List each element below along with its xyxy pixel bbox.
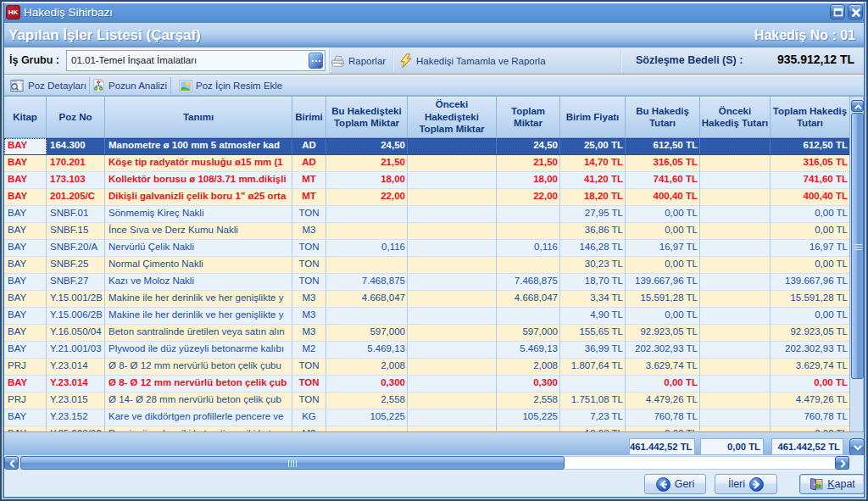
cell[interactable] bbox=[497, 206, 560, 223]
cell[interactable]: Y.15.006/2B bbox=[47, 308, 105, 325]
cell[interactable]: TON bbox=[292, 240, 326, 257]
scroll-up-button[interactable] bbox=[851, 100, 864, 112]
cell[interactable] bbox=[408, 206, 497, 223]
close-button[interactable] bbox=[848, 4, 863, 19]
cell[interactable]: 3.629,74 TL bbox=[626, 359, 700, 376]
cell[interactable] bbox=[700, 342, 771, 359]
cell[interactable]: 5.469,13 bbox=[326, 342, 408, 359]
cell[interactable] bbox=[408, 138, 497, 155]
cell[interactable]: 2,008 bbox=[326, 359, 408, 376]
cell[interactable]: 16,97 TL bbox=[626, 240, 700, 257]
scroll-left-button[interactable] bbox=[4, 456, 19, 470]
cell[interactable]: Kazı ve Moloz Nakli bbox=[105, 274, 292, 291]
cell[interactable]: 760,78 TL bbox=[771, 409, 850, 426]
table-row[interactable]: BAY164.300Manometre ø 100 mm 5 atmosfer … bbox=[4, 138, 850, 155]
cell[interactable] bbox=[560, 376, 626, 392]
cell[interactable]: Y.15.001/2B bbox=[47, 291, 105, 308]
cell[interactable]: TON bbox=[292, 376, 326, 392]
cell[interactable]: 92.923,05 TL bbox=[771, 325, 850, 342]
cell[interactable]: 24,50 bbox=[497, 138, 560, 155]
table-row[interactable]: BAYSNBF.01Sönmemiş Kireç NakliTON27,95 T… bbox=[4, 206, 850, 223]
cell[interactable] bbox=[497, 257, 560, 274]
raporlar-button[interactable]: Raporlar bbox=[331, 53, 386, 70]
cell[interactable]: Plywood ile düz yüzeyli betonarme kalıbı bbox=[105, 342, 292, 359]
cell[interactable]: 22,00 bbox=[326, 189, 408, 206]
cell[interactable]: 0,00 TL bbox=[771, 257, 850, 274]
column-header[interactable]: Bu Hakediş Tutarı bbox=[626, 97, 700, 137]
cell[interactable]: MT bbox=[292, 172, 326, 189]
cell[interactable] bbox=[700, 376, 771, 392]
table-row[interactable]: BAYSNBF.27Kazı ve Moloz NakliTON7.468,87… bbox=[4, 274, 850, 291]
cell[interactable]: Kollektör borusu ø 108/3.71 mm.dikişli bbox=[105, 172, 292, 189]
table-row[interactable]: BAYY.23.014Ø 8- Ø 12 mm nervürlü beton ç… bbox=[4, 376, 850, 392]
cell[interactable]: 7,23 TL bbox=[560, 409, 626, 426]
ileri-button[interactable]: İleri bbox=[715, 474, 777, 494]
cell[interactable]: KG bbox=[292, 409, 326, 426]
cell[interactable]: Makine ile her derinlik ve her genişlikt… bbox=[105, 291, 292, 308]
cell[interactable]: 4.479,26 TL bbox=[771, 392, 850, 409]
cell[interactable] bbox=[700, 189, 771, 206]
scroll-down-button[interactable] bbox=[849, 438, 865, 456]
cell[interactable]: SNBF.27 bbox=[47, 274, 105, 291]
cell[interactable]: 400,40 TL bbox=[771, 189, 850, 206]
cell[interactable]: BAY bbox=[4, 172, 47, 189]
cell[interactable]: 18,70 TL bbox=[560, 274, 626, 291]
cell[interactable]: 0,300 bbox=[326, 376, 408, 392]
cell[interactable] bbox=[326, 223, 408, 240]
cell[interactable]: 7.468,875 bbox=[326, 274, 408, 291]
column-header[interactable]: Tanımı bbox=[105, 97, 292, 137]
cell[interactable]: BAY bbox=[4, 206, 47, 223]
cell[interactable]: SNBF.20/A bbox=[47, 240, 105, 257]
cell[interactable]: Ø 8- Ø 12 mm nervürlü beton çelik çub bbox=[105, 376, 292, 392]
cell[interactable]: Y.21.001/03 bbox=[47, 342, 105, 359]
cell[interactable]: BAY bbox=[4, 376, 47, 392]
table-row[interactable]: BAYSNBF.15İnce Sıva ve Derz Kumu NakliM3… bbox=[4, 223, 850, 240]
cell[interactable]: 16,97 TL bbox=[771, 240, 850, 257]
cell[interactable]: 597,000 bbox=[326, 325, 408, 342]
cell[interactable]: BAY bbox=[4, 325, 47, 342]
cell[interactable]: BAY bbox=[4, 274, 47, 291]
cell[interactable]: 0,300 bbox=[497, 376, 560, 392]
cell[interactable]: 0,00 TL bbox=[771, 308, 850, 325]
cell[interactable]: 173.103 bbox=[47, 172, 105, 189]
cell[interactable]: 139.667,96 TL bbox=[771, 274, 850, 291]
table-row[interactable]: BAYY.15.001/2BMakine ile her derinlik ve… bbox=[4, 291, 850, 308]
cell[interactable]: PRJ bbox=[4, 359, 47, 376]
cell[interactable]: BAY bbox=[4, 308, 47, 325]
cell[interactable]: TON bbox=[292, 274, 326, 291]
cell[interactable]: 2,558 bbox=[326, 392, 408, 409]
cell[interactable]: BAY bbox=[4, 138, 47, 155]
cell[interactable]: 741,60 TL bbox=[626, 172, 700, 189]
cell[interactable] bbox=[408, 308, 497, 325]
cell[interactable]: 597,000 bbox=[497, 325, 560, 342]
cell[interactable]: 18,20 TL bbox=[560, 189, 626, 206]
cell[interactable]: 41,20 TL bbox=[560, 172, 626, 189]
cell[interactable] bbox=[700, 172, 771, 189]
cell[interactable] bbox=[700, 240, 771, 257]
column-header[interactable]: Poz No bbox=[47, 97, 105, 137]
cell[interactable]: AD bbox=[292, 138, 326, 155]
table-row[interactable]: PRJY.23.014Ø 8- Ø 12 mm nervürlü beton ç… bbox=[4, 359, 850, 376]
cell[interactable]: 3,34 TL bbox=[560, 291, 626, 308]
cell[interactable]: Y.23.152 bbox=[47, 409, 105, 426]
cell[interactable]: 0,116 bbox=[326, 240, 408, 257]
cell[interactable]: Y.23.014 bbox=[47, 376, 105, 392]
cell[interactable]: 0,00 TL bbox=[771, 206, 850, 223]
table-row[interactable]: BAY201.205/CDikişli galvanizli çelik bor… bbox=[4, 189, 850, 206]
cell[interactable]: 18,00 bbox=[326, 172, 408, 189]
cell[interactable]: SNBF.15 bbox=[47, 223, 105, 240]
scroll-right-button[interactable] bbox=[835, 456, 849, 470]
cell[interactable] bbox=[700, 291, 771, 308]
cell[interactable] bbox=[700, 206, 771, 223]
cell[interactable]: 25,00 TL bbox=[560, 138, 626, 155]
cell[interactable]: PRJ bbox=[4, 392, 47, 409]
cell[interactable]: M3 bbox=[292, 223, 326, 240]
cell[interactable] bbox=[700, 308, 771, 325]
cell[interactable]: 105,225 bbox=[497, 409, 560, 426]
cell[interactable]: 18,00 bbox=[497, 172, 560, 189]
cell[interactable] bbox=[408, 155, 497, 172]
cell[interactable]: Nervürlü Çelik Nakli bbox=[105, 240, 292, 257]
cell[interactable] bbox=[326, 257, 408, 274]
cell[interactable]: BAY bbox=[4, 291, 47, 308]
cell[interactable] bbox=[497, 308, 560, 325]
